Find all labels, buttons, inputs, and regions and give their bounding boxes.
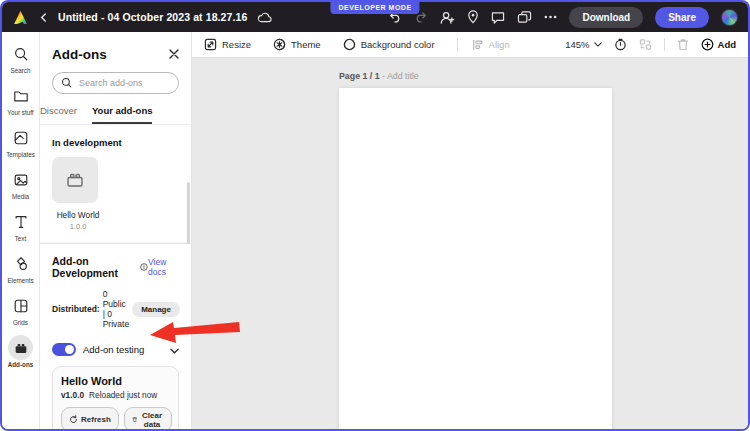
add-ons-icon <box>8 335 33 360</box>
comment-icon[interactable] <box>491 11 505 24</box>
page-indicator[interactable]: Page 1 / 1 - Add title <box>339 71 419 81</box>
addon-tile-name: Hello World <box>52 210 104 220</box>
chevron-down-icon[interactable] <box>170 340 179 358</box>
addon-testing-toggle[interactable] <box>52 343 76 356</box>
toolbar-divider <box>664 38 665 51</box>
templates-icon <box>8 125 33 150</box>
tab-your-add-ons[interactable]: Your add-ons <box>92 105 153 124</box>
sidebar-item-search[interactable]: Search <box>2 41 39 74</box>
more-options-icon[interactable] <box>544 15 557 19</box>
in-development-heading: In development <box>52 137 179 148</box>
resize-button[interactable]: Resize <box>204 38 251 51</box>
add-title-placeholder[interactable]: - Add title <box>382 71 419 81</box>
top-bar-left: Untitled - 04 October 2023 at 18.27.16 <box>12 9 272 26</box>
distributed-label: Distributed: <box>52 304 100 314</box>
sidebar-item-media[interactable]: Media <box>2 167 39 200</box>
search-icon <box>8 41 33 66</box>
info-icon <box>140 262 148 272</box>
addons-search-input[interactable] <box>77 77 170 89</box>
rearrange-pages-icon <box>639 38 652 51</box>
add-page-button[interactable]: Add <box>701 38 736 51</box>
sidebar-item-your-stuff[interactable]: Your stuff <box>2 83 39 116</box>
user-avatar[interactable] <box>721 9 738 26</box>
folder-icon <box>8 83 33 108</box>
addon-tile-version: 1.0.0 <box>52 222 104 231</box>
top-bar: Untitled - 04 October 2023 at 18.27.16 D… <box>2 2 748 32</box>
stage: Resize Theme Background color Align <box>192 32 748 429</box>
cloud-sync-icon <box>257 12 272 23</box>
tab-discover[interactable]: Discover <box>40 105 77 124</box>
share-button[interactable]: Share <box>655 7 709 28</box>
test-addon-name: Hello World <box>61 375 170 387</box>
text-icon <box>8 209 33 234</box>
refresh-icon <box>69 415 78 424</box>
addon-tile[interactable] <box>52 157 98 203</box>
stage-toolbar: Resize Theme Background color Align <box>192 32 748 58</box>
test-addon-card: Hello World v1.0.0 Reloaded just now Ref… <box>52 366 179 429</box>
app-frame: Untitled - 04 October 2023 at 18.27.16 D… <box>0 0 750 431</box>
addons-panel: Add-ons Discover Your add-ons In devel <box>40 32 192 429</box>
canvas-area: Page 1 / 1 - Add title <box>192 58 748 429</box>
document-page[interactable] <box>339 88 612 431</box>
view-docs-link[interactable]: View docs <box>148 257 179 277</box>
addons-panel-title: Add-ons <box>52 47 107 62</box>
page-timer-icon[interactable] <box>614 38 627 51</box>
search-icon <box>61 74 72 92</box>
grids-icon <box>8 293 33 318</box>
adobe-express-logo-icon[interactable] <box>12 9 29 26</box>
delete-page-icon <box>677 38 689 51</box>
close-icon[interactable] <box>169 45 179 63</box>
sidebar-item-templates[interactable]: Templates <box>2 125 39 158</box>
zoom-control[interactable]: 145% <box>565 39 601 50</box>
add-collaborator-icon[interactable] <box>439 10 455 25</box>
theme-button[interactable]: Theme <box>273 38 321 51</box>
background-color-button[interactable]: Background color <box>343 38 435 51</box>
location-pin-icon[interactable] <box>467 10 479 24</box>
addon-testing-label: Add-on testing <box>83 344 144 355</box>
media-icon <box>8 167 33 192</box>
addon-development-title: Add-on Development <box>52 255 148 279</box>
elements-icon <box>8 251 33 276</box>
top-bar-right: Download Share <box>389 7 738 28</box>
download-button[interactable]: Download <box>569 7 643 28</box>
align-button: Align <box>472 39 510 51</box>
document-title[interactable]: Untitled - 04 October 2023 at 18.27.16 <box>58 11 247 23</box>
clear-data-button[interactable]: Clear data <box>124 407 172 429</box>
chevron-down-icon <box>594 42 602 47</box>
addons-tabs: Discover Your add-ons <box>40 105 192 125</box>
plus-circle-icon <box>701 38 714 51</box>
back-chevron-icon[interactable] <box>39 13 48 22</box>
left-rail: Search Your stuff Templates Media <box>2 32 40 429</box>
test-addon-status: Reloaded just now <box>89 390 157 400</box>
developer-mode-badge: DEVELOPER MODE <box>330 2 419 14</box>
sidebar-item-add-ons[interactable]: Add-ons <box>2 335 39 368</box>
addons-search[interactable] <box>52 72 179 94</box>
present-icon[interactable] <box>517 11 532 24</box>
distributed-value: 0 Public | 0 Private <box>103 289 129 329</box>
trash-icon <box>132 415 137 424</box>
manage-button[interactable]: Manage <box>132 302 180 317</box>
toolbar-divider <box>457 38 458 51</box>
sidebar-item-grids[interactable]: Grids <box>2 293 39 326</box>
panel-scrollbar[interactable] <box>187 182 190 244</box>
sidebar-item-text[interactable]: Text <box>2 209 39 242</box>
sidebar-item-elements[interactable]: Elements <box>2 251 39 284</box>
refresh-button[interactable]: Refresh <box>61 407 119 429</box>
test-addon-version: v1.0.0 <box>61 390 84 400</box>
